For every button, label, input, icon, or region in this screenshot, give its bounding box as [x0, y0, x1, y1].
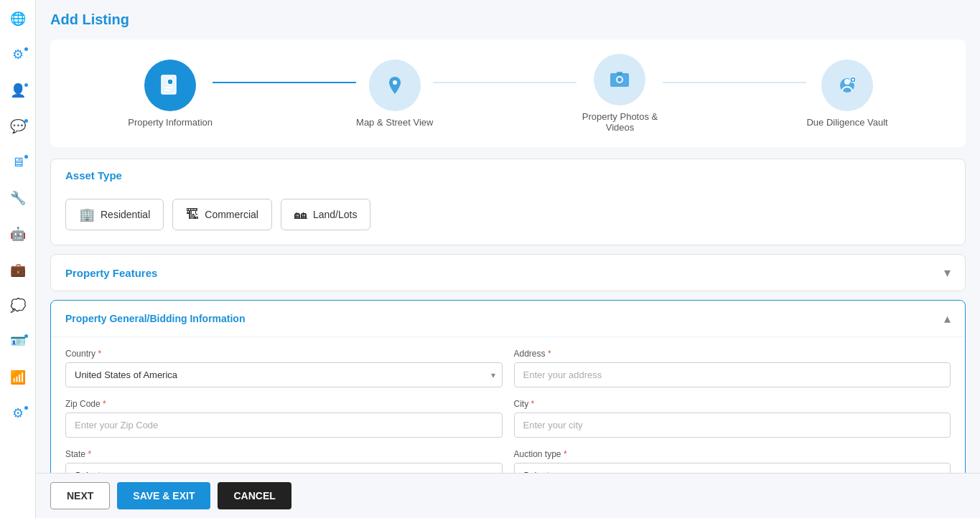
address-input[interactable] — [514, 362, 951, 387]
zip-label: Zip Code * — [65, 399, 503, 409]
settings-icon[interactable]: ⚙ — [6, 402, 29, 425]
zip-group: Zip Code * — [65, 399, 503, 438]
page-title: Add Listing — [50, 11, 966, 28]
step-2-label: Map & Street View — [356, 117, 433, 128]
commercial-icon: 🏗 — [186, 207, 199, 222]
svg-rect-9 — [617, 72, 622, 75]
user-icon[interactable]: 👤 — [6, 79, 29, 102]
country-select[interactable]: United States of America — [65, 362, 503, 387]
zip-input[interactable] — [65, 413, 503, 438]
footer-bar: NEXT SAVE & EXIT CANCEL — [36, 473, 980, 518]
residential-button[interactable]: 🏢 Residential — [65, 199, 164, 230]
next-button[interactable]: NEXT — [50, 482, 110, 509]
step-property-info: Property Information — [128, 60, 213, 128]
country-label: Country * — [65, 349, 503, 359]
form-row-1: Country * United States of America Addre… — [65, 349, 951, 387]
city-group: City * — [514, 399, 951, 438]
land-lots-button[interactable]: 🏘 Land/Lots — [281, 199, 371, 230]
briefcase-icon[interactable]: 💼 — [6, 258, 29, 281]
wifi-icon[interactable]: 📶 — [6, 366, 29, 389]
svg-rect-3 — [164, 87, 173, 88]
asset-type-title: Asset Type — [65, 169, 122, 182]
wrench-icon[interactable]: 🔧 — [6, 187, 29, 209]
step-2-circle — [369, 60, 421, 111]
svg-point-5 — [393, 80, 397, 85]
residential-icon: 🏢 — [79, 207, 95, 222]
bidding-title: Property General/Bidding Information — [65, 313, 245, 324]
step-1-circle — [144, 60, 196, 111]
city-input[interactable] — [514, 413, 951, 438]
svg-point-11 — [844, 79, 850, 85]
state-label: State * — [65, 449, 503, 459]
form-row-2: Zip Code * City * — [65, 399, 951, 438]
stepper: Property Information Map & Street View — [50, 39, 966, 147]
city-label: City * — [514, 399, 951, 409]
property-features-section: Property Features ▾ — [50, 254, 966, 291]
bubble-icon[interactable]: 💭 — [6, 294, 29, 317]
address-label: Address * — [514, 349, 951, 359]
commercial-label: Commercial — [205, 209, 258, 220]
save-exit-button[interactable]: SAVE & EXIT — [117, 482, 210, 509]
step-1-label: Property Information — [128, 117, 213, 128]
connector-1 — [213, 82, 356, 83]
step-map: Map & Street View — [356, 60, 433, 128]
bidding-header: Property General/Bidding Information ▴ — [51, 301, 965, 337]
features-title: Property Features — [65, 267, 157, 279]
land-label: Land/Lots — [313, 209, 358, 220]
commercial-button[interactable]: 🏗 Commercial — [172, 199, 272, 230]
land-icon: 🏘 — [294, 207, 307, 222]
connector-3 — [663, 82, 806, 83]
step-photos: Property Photos & Videos — [577, 54, 663, 133]
address-group: Address * — [514, 349, 951, 387]
sidebar: 🌐 ⚙ 👤 💬 🖥 🔧 🤖 💼 💭 🪪 📶 ⚙ — [0, 0, 36, 518]
svg-point-8 — [617, 77, 622, 82]
residential-label: Residential — [101, 209, 150, 220]
asset-type-section: Asset Type 🏢 Residential 🏗 Commercial 🏘 … — [50, 159, 966, 245]
step-4-label: Due Diligence Vault — [806, 117, 887, 128]
cancel-button[interactable]: CANCEL — [218, 482, 291, 509]
country-select-wrapper: United States of America — [65, 362, 503, 387]
features-chevron-icon: ▾ — [944, 265, 951, 281]
asset-type-header: Asset Type — [51, 159, 965, 192]
bidding-collapse-icon[interactable]: ▴ — [944, 311, 951, 326]
features-header[interactable]: Property Features ▾ — [51, 255, 965, 291]
svg-point-2 — [167, 79, 173, 85]
gear-icon[interactable]: ⚙ — [6, 43, 29, 66]
monitor-icon[interactable]: 🖥 — [6, 151, 29, 174]
auction-type-label: Auction type * — [514, 449, 951, 459]
svg-rect-4 — [164, 90, 170, 91]
robot-icon[interactable]: 🤖 — [6, 222, 29, 245]
main-content: Add Listing Property Information — [36, 0, 980, 518]
step-3-circle — [594, 54, 645, 105]
globe-icon[interactable]: 🌐 — [6, 7, 29, 30]
chat-icon[interactable]: 💬 — [6, 115, 29, 138]
country-group: Country * United States of America — [65, 349, 503, 387]
asset-type-buttons: 🏢 Residential 🏗 Commercial 🏘 Land/Lots — [51, 192, 965, 245]
step-4-circle — [821, 60, 873, 111]
connector-2 — [433, 82, 577, 83]
id-icon[interactable]: 🪪 — [6, 330, 29, 353]
step-vault: Due Diligence Vault — [806, 60, 887, 128]
step-3-label: Property Photos & Videos — [577, 111, 663, 133]
